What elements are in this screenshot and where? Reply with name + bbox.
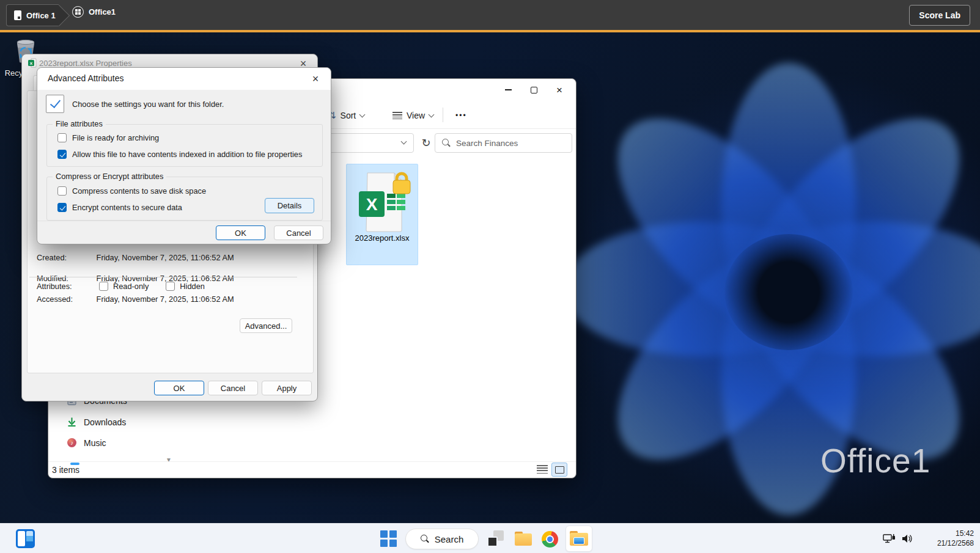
- search-icon: [442, 139, 451, 147]
- screen: Office1 Recycle Bin × ⇅: [0, 0, 980, 553]
- hidden-label: Hidden: [180, 282, 205, 291]
- taskbar: Search: [0, 523, 980, 553]
- svg-text:X: X: [366, 195, 378, 214]
- search-placeholder: Search Finances: [456, 139, 518, 148]
- encrypt-label: Encrypt contents to secure data: [72, 203, 182, 212]
- hidden-checkbox[interactable]: [166, 282, 175, 291]
- encrypt-checkbox[interactable]: [57, 203, 67, 212]
- compress-label: Compress contents to save disk space: [72, 186, 206, 196]
- advanced-dialog-title: Advanced Attributes: [48, 73, 124, 83]
- thumbnail-view-toggle[interactable]: [551, 463, 567, 477]
- search-box[interactable]: Search Finances: [435, 133, 572, 153]
- compress-checkbox[interactable]: [57, 186, 67, 196]
- score-lab-button[interactable]: Score Lab: [909, 5, 970, 26]
- svg-text:x: x: [30, 60, 33, 66]
- read-only-checkbox[interactable]: [99, 282, 108, 291]
- windows-circle-icon: [72, 6, 84, 18]
- active-explorer-button[interactable]: [566, 526, 592, 552]
- maximize-button[interactable]: [521, 80, 547, 100]
- network-icon[interactable]: [883, 533, 896, 547]
- accessed-label: Accessed:: [37, 295, 94, 304]
- intro-text: Choose the settings you want for this fo…: [72, 100, 224, 109]
- view-button[interactable]: View: [392, 108, 433, 123]
- search-icon: [421, 535, 429, 543]
- advanced-ok-button[interactable]: OK: [216, 225, 265, 240]
- archive-label: File is ready for archiving: [72, 133, 159, 142]
- minimize-button[interactable]: [495, 80, 521, 100]
- clock-time: 15:42: [917, 529, 974, 538]
- open-folder-icon: [570, 531, 588, 546]
- thumbnail-view-icon: [555, 466, 564, 474]
- wallpaper-watermark: Office1: [820, 441, 930, 480]
- machine-tab[interactable]: Office 1: [6, 4, 59, 26]
- attributes-row: Attributes: Read-only Hidden: [37, 282, 205, 291]
- more-options-button[interactable]: •••: [455, 108, 467, 123]
- excel-small-icon: x: [28, 58, 37, 68]
- file-attributes-group: File attributes File is ready for archiv…: [46, 124, 323, 167]
- close-button[interactable]: ×: [547, 80, 572, 100]
- windows-logo-icon: [380, 530, 388, 538]
- sort-label: Sort: [341, 111, 356, 120]
- session-breadcrumb[interactable]: Office1: [72, 6, 116, 18]
- properties-cancel-button[interactable]: Cancel: [208, 381, 258, 395]
- index-contents-label: Allow this file to have contents indexed…: [72, 150, 302, 159]
- downloads-icon: [67, 417, 77, 427]
- view-label: View: [407, 111, 425, 120]
- advanced-close-button[interactable]: ×: [306, 71, 325, 86]
- volume-icon[interactable]: [901, 533, 913, 546]
- excel-file-icon: X: [352, 168, 413, 234]
- accessed-row: Accessed: Friday, November 7, 2025, 11:0…: [37, 295, 293, 304]
- file-name-label: 2023report.xlsx: [347, 233, 418, 243]
- widgets-icon: [18, 531, 25, 546]
- sidebar-item-music[interactable]: ♪ Music: [67, 438, 106, 448]
- file-attributes-legend: File attributes: [53, 119, 106, 128]
- file-explorer-button[interactable]: [515, 532, 532, 546]
- task-view-button[interactable]: [487, 530, 504, 547]
- details-button[interactable]: Details: [265, 198, 314, 213]
- chevron-down-icon: [429, 111, 435, 117]
- address-dropdown-icon[interactable]: [401, 139, 407, 145]
- sidebar-item-label: Downloads: [84, 417, 126, 427]
- details-view-toggle[interactable]: [537, 465, 548, 474]
- explorer-status-bar: 3 items: [48, 461, 576, 478]
- minimize-icon: [505, 89, 512, 90]
- sort-button[interactable]: ⇅ Sort: [328, 108, 364, 123]
- archive-checkbox[interactable]: [57, 133, 67, 142]
- computer-icon: [14, 10, 21, 20]
- chevron-down-icon: [359, 111, 366, 117]
- properties-apply-button[interactable]: Apply: [262, 381, 312, 395]
- properties-ok-button[interactable]: OK: [154, 381, 204, 395]
- advanced-button[interactable]: Advanced...: [240, 318, 292, 333]
- music-icon: ♪: [67, 438, 77, 448]
- advanced-titlebar: Advanced Attributes ×: [37, 68, 331, 90]
- divider: [37, 221, 331, 221]
- taskbar-clock[interactable]: 15:42 21/12/2568: [917, 529, 974, 548]
- compress-encrypt-legend: Compress or Encrypt attributes: [53, 172, 166, 181]
- clock-date: 21/12/2568: [917, 538, 974, 548]
- index-contents-checkbox[interactable]: [57, 150, 67, 159]
- chrome-button[interactable]: [542, 531, 558, 548]
- folder-settings-checkbox[interactable]: [46, 95, 64, 113]
- sidebar-item-downloads[interactable]: Downloads: [67, 417, 126, 427]
- file-tile-2023report[interactable]: X 2023report.xlsx: [346, 164, 418, 265]
- attributes-label: Attributes:: [37, 282, 99, 291]
- lock-icon: [393, 174, 410, 194]
- widgets-button[interactable]: [16, 529, 35, 548]
- taskbar-search[interactable]: Search: [405, 529, 479, 549]
- machine-tab-label: Office 1: [26, 11, 56, 20]
- created-label: Created:: [37, 253, 94, 262]
- created-value: Friday, November 7, 2025, 11:06:52 AM: [97, 253, 234, 262]
- sidebar-item-label: Music: [84, 438, 106, 448]
- divider: [29, 277, 297, 277]
- svg-text:♪: ♪: [70, 439, 73, 446]
- view-list-icon: [392, 112, 402, 119]
- start-button[interactable]: [380, 530, 397, 547]
- wallpaper-core: [724, 234, 853, 350]
- properties-dialog-title: 2023report.xlsx Properties: [39, 59, 132, 68]
- advanced-cancel-button[interactable]: Cancel: [274, 225, 323, 240]
- session-label: Office1: [89, 7, 116, 16]
- items-count: 3 items: [52, 465, 79, 475]
- created-row: Created: Friday, November 7, 2025, 11:06…: [37, 253, 293, 262]
- refresh-button[interactable]: ↻: [416, 133, 436, 153]
- lab-top-bar: Office 1 Office1 Score Lab: [0, 0, 980, 32]
